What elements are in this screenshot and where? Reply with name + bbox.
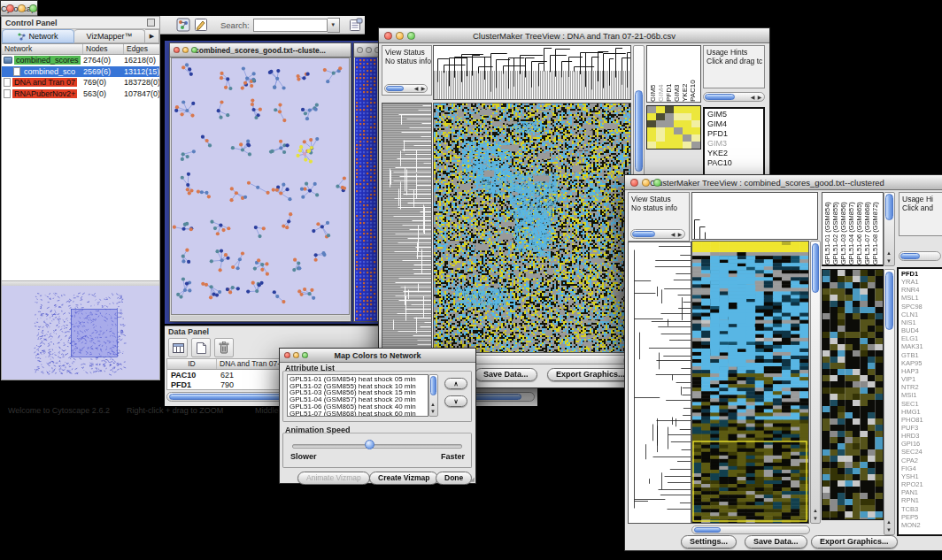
gene-label[interactable]: GIM5 xyxy=(707,110,763,119)
column-label[interactable]: GPL51-07 (GSM868) xyxy=(863,195,871,265)
close-button[interactable] xyxy=(174,47,180,53)
gene-label[interactable]: PFD1 xyxy=(901,270,942,278)
gene-label[interactable]: CLN1 xyxy=(901,311,942,318)
view-status-hscrollbar[interactable]: ◀ ▶ xyxy=(630,229,685,239)
tab-vizmapper[interactable]: VizMapper™ xyxy=(74,29,145,43)
heatmap-hscrollbar[interactable] xyxy=(691,525,810,534)
network-table-row[interactable]: RNAPuberNov2+ 563(0) 107847(0) xyxy=(2,88,159,100)
minimize-button[interactable] xyxy=(293,352,299,358)
heatmap-canvas[interactable] xyxy=(434,104,630,352)
gene-label[interactable]: BUD4 xyxy=(901,326,942,334)
move-down-button[interactable]: ∨ xyxy=(444,395,467,407)
save-data-button[interactable]: Save Data... xyxy=(475,368,537,381)
network-table-row[interactable]: DNA and Tran 07 769(0) 183728(0) xyxy=(2,77,159,88)
column-label[interactable]: GIM4 xyxy=(657,58,665,102)
gene-label[interactable]: KAP95 xyxy=(901,359,942,367)
create-vizmap-button[interactable]: Create Vizmap xyxy=(369,472,438,485)
gene-label[interactable]: GIM3 xyxy=(707,139,763,149)
minimize-button[interactable] xyxy=(366,47,372,53)
background-network-window[interactable] xyxy=(353,42,379,322)
attribute-list-vscrollbar[interactable]: ▲ ▼ xyxy=(429,374,438,417)
treeview1-titlebar[interactable]: ClusterMaker TreeView : DNA and Tran 07-… xyxy=(379,28,769,43)
animation-slider-thumb[interactable] xyxy=(365,440,374,449)
gene-label[interactable]: RNR4 xyxy=(901,286,942,294)
gene-label[interactable]: PFD1 xyxy=(707,129,763,139)
gene-label[interactable]: PUF3 xyxy=(901,424,942,432)
move-up-button[interactable]: ∧ xyxy=(444,378,467,389)
scroll-up-arrow[interactable]: ▲ xyxy=(885,249,892,257)
zoom-button[interactable] xyxy=(29,4,37,12)
gene-label[interactable]: VIP1 xyxy=(901,375,942,383)
save-data-button[interactable]: Save Data... xyxy=(745,535,807,548)
gene-list-vscrollbar[interactable]: ▲ ▼ xyxy=(884,269,895,535)
gene-label[interactable]: MAK31 xyxy=(901,342,942,350)
usage-hints-hscrollbar[interactable] xyxy=(899,251,941,261)
done-button[interactable]: Done xyxy=(436,472,472,485)
gene-label[interactable]: MSL1 xyxy=(901,294,942,302)
tab-network[interactable]: Network xyxy=(2,29,74,43)
heatmap-vscrollbar[interactable]: ▲ ▼ xyxy=(810,241,821,524)
attribute-item[interactable]: GPL51-07 (GSM868) heat shock 60 min xyxy=(290,410,428,417)
gene-label[interactable]: CPA2 xyxy=(901,456,942,464)
gene-label[interactable]: ELG1 xyxy=(901,334,942,342)
minimize-button[interactable] xyxy=(642,179,650,187)
column-dendrogram-canvas[interactable] xyxy=(434,46,630,99)
gene-label[interactable]: NIS1 xyxy=(901,318,942,326)
summary-heatmap-canvas[interactable] xyxy=(822,270,883,519)
column-label[interactable]: PAC10 xyxy=(689,58,697,102)
gene-label[interactable]: GIM4 xyxy=(707,119,763,129)
scroll-down-arrow[interactable]: ▼ xyxy=(429,408,436,416)
column-label[interactable]: GIM3 xyxy=(673,58,681,102)
scroll-down-arrow[interactable]: ▼ xyxy=(812,515,819,523)
network-view-titlebar[interactable]: combined_scores_good.txt--cluste... xyxy=(170,43,351,58)
column-label[interactable]: GPL51-08 (GSM872) xyxy=(871,195,879,265)
column-labels-vscrollbar[interactable]: ▲ ▼ xyxy=(884,192,895,266)
minimize-button[interactable] xyxy=(18,4,26,12)
animate-vizmap-button[interactable]: Animate Vizmap xyxy=(297,472,370,485)
gene-label[interactable]: PEP5 xyxy=(901,513,942,521)
gene-label[interactable]: YKE2 xyxy=(707,149,763,158)
resize-grip[interactable]: ◢ xyxy=(470,476,475,483)
scroll-right-arrow[interactable]: ▶ xyxy=(756,94,763,102)
gene-label[interactable]: RPN1 xyxy=(901,496,942,504)
gene-label[interactable]: GTB1 xyxy=(901,351,942,359)
scroll-up-arrow[interactable]: ▲ xyxy=(812,507,819,515)
heatmap-canvas[interactable] xyxy=(692,242,808,523)
zoom-button[interactable] xyxy=(407,32,415,40)
column-label[interactable]: GPL51-03 (GSM856) xyxy=(839,195,847,265)
gene-label[interactable]: HAP3 xyxy=(901,367,942,375)
network-overview-canvas[interactable] xyxy=(4,288,158,378)
scroll-down-arrow[interactable]: ▼ xyxy=(885,257,892,265)
new-attribute-button[interactable] xyxy=(191,338,211,357)
dense-network-canvas[interactable] xyxy=(355,58,377,322)
column-label[interactable]: YKE2 xyxy=(681,58,689,102)
column-label[interactable]: GPL51-04 (GSM857) xyxy=(847,195,855,265)
summary-heatmap-canvas[interactable] xyxy=(647,106,700,149)
gene-label[interactable]: HMG1 xyxy=(901,408,942,416)
column-label[interactable]: GPL51-06 (GSM865) xyxy=(855,195,863,265)
search-input[interactable] xyxy=(253,19,328,32)
annotation-button[interactable] xyxy=(192,16,210,34)
scroll-down-arrow[interactable]: ▼ xyxy=(885,526,892,534)
minimize-button[interactable] xyxy=(396,32,404,40)
gene-label[interactable]: YRA1 xyxy=(901,278,942,286)
tab-overflow-button[interactable]: ▶ xyxy=(145,29,159,43)
gene-label[interactable]: HRD3 xyxy=(901,432,942,440)
scroll-left-arrow[interactable]: ◀ xyxy=(413,85,420,93)
scroll-up-arrow[interactable]: ▲ xyxy=(885,518,892,526)
row-dendrogram-canvas[interactable] xyxy=(629,242,691,523)
settings-button[interactable]: Settings... xyxy=(681,535,737,548)
dialog-titlebar[interactable]: Map Colors to Network xyxy=(280,349,475,363)
scroll-left-arrow[interactable]: ◀ xyxy=(669,231,676,239)
gene-label[interactable]: SPC98 xyxy=(901,303,942,311)
zoom-button[interactable] xyxy=(302,352,308,358)
background-window-titlebar[interactable] xyxy=(354,43,378,58)
delete-attribute-button[interactable] xyxy=(214,338,234,357)
scroll-left-arrow[interactable]: ◀ xyxy=(749,94,756,102)
zoom-button[interactable] xyxy=(191,47,197,53)
column-label[interactable]: PFD1 xyxy=(665,58,673,102)
network-table-row[interactable]: combined_scores 2764(0) 16218(0) xyxy=(2,55,159,66)
scroll-right-arrow[interactable]: ▶ xyxy=(676,231,683,239)
main-titlebar[interactable]: Cytoscape Desktop (Session Name: collins… xyxy=(1,1,37,16)
gene-label[interactable]: YSH1 xyxy=(901,472,942,480)
